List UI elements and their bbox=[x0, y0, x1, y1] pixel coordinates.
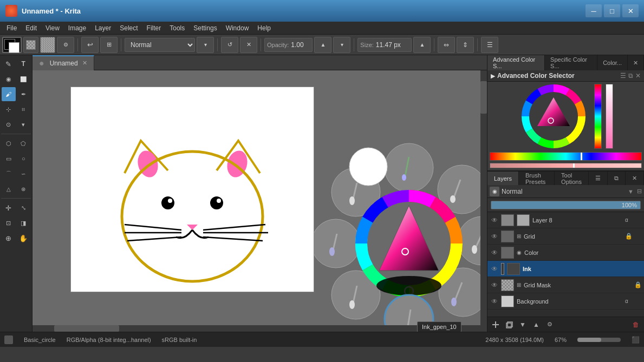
canvas-viewport[interactable]: ▶ bbox=[32, 70, 487, 332]
layers-filter2-btn[interactable]: ⊟ bbox=[637, 188, 642, 195]
multibrush-tool[interactable]: ⊹ bbox=[2, 102, 16, 116]
rectangular-select-tool[interactable]: ▭ bbox=[2, 152, 16, 166]
freehand-select-tool[interactable]: ⌒ bbox=[2, 167, 16, 181]
screen-mode-btn[interactable]: ⬛ bbox=[632, 336, 640, 344]
adv-color-expand-btn[interactable]: ▶ bbox=[491, 73, 495, 80]
canvas-vscroll[interactable] bbox=[480, 70, 487, 332]
zoom-slider[interactable] bbox=[577, 338, 621, 342]
adv-color-float[interactable]: ⧉ bbox=[628, 72, 633, 80]
clone-stamp-tool[interactable]: ⊙ bbox=[2, 117, 16, 131]
menu-settings[interactable]: Settings bbox=[189, 23, 221, 33]
menu-image[interactable]: Image bbox=[64, 23, 90, 33]
crop-tool[interactable]: ⊡ bbox=[2, 216, 16, 230]
size-up-btn[interactable]: ▲ bbox=[413, 37, 431, 53]
ink-visibility[interactable]: 👁 bbox=[490, 264, 499, 274]
polygon-select-tool[interactable]: △ bbox=[2, 182, 16, 196]
color-value-bar[interactable] bbox=[490, 163, 642, 168]
undo-btn[interactable]: ↩ bbox=[81, 37, 99, 53]
smart-patch-tool[interactable]: ⌗ bbox=[17, 102, 31, 116]
foreground-color-swatch[interactable] bbox=[2, 37, 22, 53]
layer-item-gridmask[interactable]: 👁 ⊞ Grid Mask 🔒 bbox=[487, 277, 644, 293]
close-button[interactable]: ✕ bbox=[622, 4, 639, 17]
layers-eyedrop-btn[interactable]: ◉ bbox=[490, 187, 499, 196]
paint-brush-tool[interactable]: ✎ bbox=[2, 57, 16, 71]
menu-edit[interactable]: Edit bbox=[21, 23, 41, 33]
layer-item-grid[interactable]: 👁 ⊞ Grid 🔒 bbox=[487, 228, 644, 245]
menu-view[interactable]: View bbox=[41, 23, 64, 33]
settings-panel-btn[interactable]: ☰ bbox=[481, 37, 498, 53]
layer-opacity-slider[interactable]: 100% bbox=[491, 201, 641, 209]
blend-mode-arrow[interactable]: ▾ bbox=[197, 37, 214, 53]
document-tab[interactable]: ● Unnamed ✕ bbox=[32, 55, 94, 70]
tab-advanced-color[interactable]: Advanced Color S... bbox=[487, 55, 545, 70]
gridmask-visibility[interactable]: 👁 bbox=[490, 280, 499, 290]
blend-mode-select[interactable]: Normal Multiply Screen Overlay bbox=[125, 38, 195, 52]
menu-window[interactable]: Window bbox=[222, 23, 253, 33]
tab-tool-options[interactable]: Tool Options bbox=[555, 172, 589, 185]
opacity-extra-btn[interactable]: ▾ bbox=[333, 37, 350, 53]
menu-tools[interactable]: Tools bbox=[165, 23, 189, 33]
tab-layers[interactable]: Layers bbox=[487, 172, 519, 185]
opacity-up-btn[interactable]: ▲ bbox=[314, 37, 331, 53]
pan-tool[interactable]: ✋ bbox=[17, 231, 31, 245]
grid-btn[interactable]: ⊞ bbox=[100, 37, 118, 53]
mirror-h-btn[interactable]: ⇔ bbox=[438, 37, 455, 53]
tab-specific-color[interactable]: Specific Color S... bbox=[545, 55, 597, 70]
color-visibility[interactable]: 👁 bbox=[490, 248, 499, 258]
contiguous-select-tool[interactable]: ⬡ bbox=[2, 136, 16, 150]
freehand-brush-tool[interactable]: 🖌 bbox=[2, 87, 16, 101]
mirror-v-btn[interactable]: ⇕ bbox=[457, 37, 474, 53]
transform-tool[interactable]: ⤡ bbox=[17, 201, 31, 215]
close-color-panel[interactable]: ✕ bbox=[628, 55, 644, 70]
bezier-select-tool[interactable]: ∽ bbox=[17, 167, 31, 181]
pattern-btn[interactable] bbox=[40, 37, 55, 53]
similar-select-tool[interactable]: ⬠ bbox=[17, 136, 31, 150]
layers-panel-settings[interactable]: ☰ bbox=[589, 172, 608, 185]
hue-bar[interactable] bbox=[490, 152, 642, 161]
elliptical-select-tool[interactable]: ○ bbox=[17, 152, 31, 166]
brush-picker-wheel[interactable]: ▶ bbox=[314, 141, 487, 332]
layer8-visibility[interactable]: 👁 bbox=[490, 215, 499, 225]
shapes-tool[interactable]: ⬜ bbox=[17, 72, 31, 86]
text-tool[interactable]: T bbox=[17, 57, 31, 71]
gradient-tool[interactable]: ◨ bbox=[17, 216, 31, 230]
layer-item-color[interactable]: 👁 ◉ Color bbox=[487, 245, 644, 261]
layers-filter-btn[interactable]: ▼ bbox=[628, 188, 634, 195]
menu-select[interactable]: Select bbox=[115, 23, 142, 33]
tab-brush-presets[interactable]: Brush Presets bbox=[519, 172, 555, 185]
fill-color-tool[interactable]: ◉ bbox=[2, 72, 16, 86]
saturation-strip[interactable] bbox=[606, 84, 613, 149]
minimize-button[interactable]: ─ bbox=[586, 4, 602, 17]
grid-visibility[interactable]: 👁 bbox=[490, 232, 499, 241]
color-options-btn[interactable]: ⚙ bbox=[57, 37, 74, 53]
menu-help[interactable]: Help bbox=[253, 23, 275, 33]
layer-item-ink[interactable]: 👁 Ink bbox=[487, 261, 644, 277]
eraser-mode-btn[interactable]: ✕ bbox=[240, 37, 257, 53]
canvas-hscroll[interactable] bbox=[32, 325, 480, 332]
reset-opacity-btn[interactable]: ↺ bbox=[221, 37, 238, 53]
checkerboard-btn[interactable] bbox=[23, 37, 38, 53]
layer-item-layer8[interactable]: 👁 Layer 8 α bbox=[487, 212, 644, 228]
menu-layer[interactable]: Layer bbox=[90, 23, 115, 33]
layer-properties-btn[interactable]: ⚙ bbox=[544, 319, 556, 331]
move-tool[interactable]: ✛ bbox=[2, 201, 16, 215]
delete-layer-btn[interactable]: 🗑 bbox=[630, 319, 642, 331]
layer-item-background[interactable]: 👁 Background α bbox=[487, 293, 644, 310]
zoom-tool[interactable]: ⊕ bbox=[2, 231, 16, 245]
menu-filter[interactable]: Filter bbox=[142, 23, 166, 33]
layers-panel-close[interactable]: ✕ bbox=[626, 172, 644, 185]
color-wheel-svg[interactable] bbox=[518, 84, 589, 149]
hue-strip[interactable] bbox=[594, 84, 602, 149]
canvas-area[interactable]: ● Unnamed ✕ bbox=[32, 55, 487, 332]
copy-layer-btn[interactable] bbox=[503, 319, 515, 331]
background-visibility[interactable]: 👁 bbox=[490, 297, 499, 306]
adv-color-close[interactable]: ✕ bbox=[635, 72, 641, 80]
tab-color[interactable]: Color... bbox=[597, 55, 628, 70]
color-picker-tool[interactable]: ▾ bbox=[17, 117, 31, 131]
move-layer-up-btn[interactable]: ▲ bbox=[530, 319, 542, 331]
add-layer-btn[interactable] bbox=[490, 319, 502, 331]
menu-file[interactable]: File bbox=[2, 23, 21, 33]
layers-panel-float[interactable]: ⧉ bbox=[608, 172, 626, 185]
magnetic-select-tool[interactable]: ⊛ bbox=[17, 182, 31, 196]
close-tab-btn[interactable]: ✕ bbox=[82, 60, 87, 67]
